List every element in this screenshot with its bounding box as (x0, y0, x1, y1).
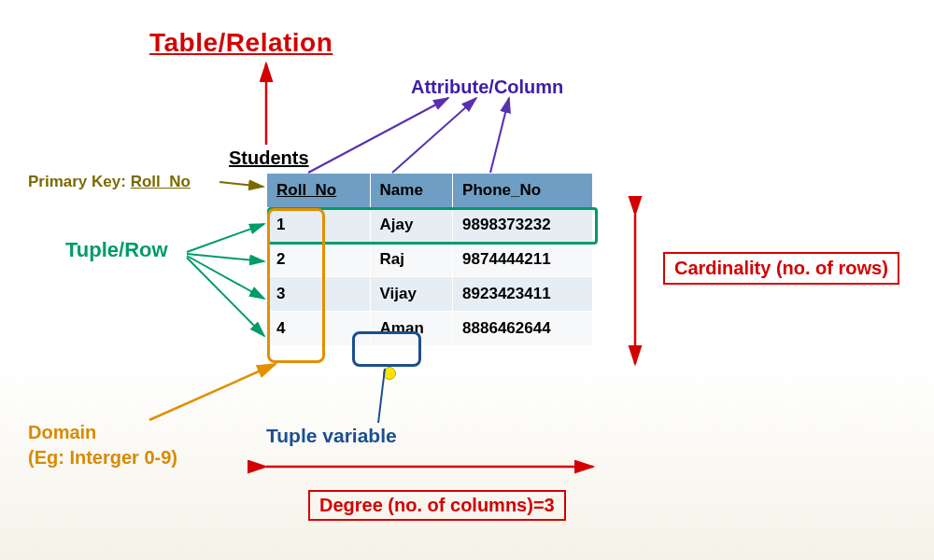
label-primary-key: Primary Key: Roll_No (28, 173, 191, 191)
label-domain-line2: (Eg: Interger 0-9) (28, 445, 177, 470)
label-primary-key-prefix: Primary Key: (28, 173, 126, 190)
svg-line-4 (219, 182, 263, 187)
cell-phone: 9874444211 (453, 243, 593, 277)
label-domain-line1: Domain (28, 420, 177, 445)
cell-name: Raj (370, 243, 453, 277)
label-tuple-variable: Tuple variable (266, 425, 397, 447)
domain-highlight-box (267, 208, 325, 363)
svg-line-1 (308, 98, 448, 173)
tuple-variable-highlight-box (352, 331, 421, 367)
label-tuple-row: Tuple/Row (65, 238, 168, 262)
col-header-name: Name (370, 174, 453, 208)
col-header-roll-no: Roll_No (267, 174, 371, 208)
label-primary-key-value: Roll_No (131, 173, 191, 190)
label-attribute-column: Attribute/Column (411, 77, 563, 98)
col-header-phone: Phone_No (453, 174, 593, 208)
svg-line-3 (490, 98, 509, 173)
cell-name: Vijay (370, 277, 453, 312)
relation-name: Students (229, 147, 309, 169)
label-degree: Degree (no. of columns)=3 (308, 490, 566, 521)
table-header-row: Roll_No Name Phone_No (267, 174, 593, 208)
pointer-dot-icon (383, 367, 396, 380)
svg-line-7 (187, 256, 264, 299)
label-cardinality: Cardinality (no. of rows) (663, 252, 899, 285)
svg-line-6 (187, 254, 264, 261)
svg-line-9 (149, 364, 276, 420)
cell-phone: 8886462644 (453, 312, 593, 346)
svg-line-8 (187, 258, 264, 336)
diagram-title: Table/Relation (149, 28, 333, 58)
svg-line-5 (187, 224, 264, 252)
cell-phone: 8923423411 (453, 277, 593, 312)
label-domain: Domain (Eg: Interger 0-9) (28, 420, 177, 470)
svg-line-2 (392, 98, 476, 173)
